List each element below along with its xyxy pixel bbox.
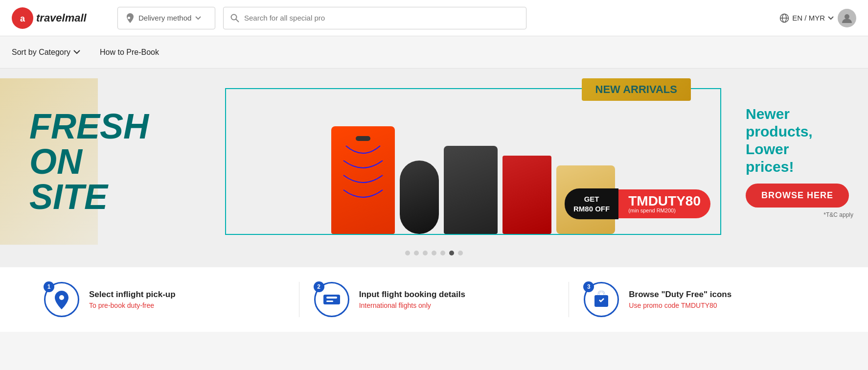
- avatar-icon: [841, 12, 853, 24]
- svg-text:a: a: [20, 14, 25, 23]
- product-black-bag: [444, 146, 498, 234]
- carousel-dot-4[interactable]: [440, 251, 445, 255]
- chevron-down-icon: [73, 50, 80, 54]
- promo-badge: GETRM80 OFF TMDUTY80 (min spend RM200): [565, 188, 710, 219]
- delivery-method-label: Delivery method: [138, 14, 191, 22]
- step-subtitle: International flights only: [359, 301, 465, 309]
- step-title: Select inflight pick-up: [89, 290, 176, 300]
- step-number: 3: [583, 281, 594, 292]
- carousel-dot-6[interactable]: [458, 251, 463, 255]
- promo-code: TMDUTY80 (min spend RM200): [618, 189, 710, 218]
- globe-icon: [779, 13, 789, 23]
- banner-center: NEW ARRIVALS: [225, 88, 721, 235]
- step-text-1: Select inflight pick-up To pre-book duty…: [89, 290, 176, 309]
- banner-section: FRESH ON SITE NEW ARRIVALS: [0, 69, 868, 267]
- step-number: 1: [44, 281, 54, 292]
- account-button[interactable]: [838, 9, 856, 27]
- step-subtitle: To pre-book duty-free: [89, 301, 176, 309]
- svg-rect-10: [326, 301, 333, 302]
- step-item-2: 2 Input flight booking details Internati…: [299, 282, 569, 317]
- step-title: Input flight booking details: [359, 290, 465, 300]
- lang-label: EN / MYR: [792, 14, 825, 22]
- how-to-prebook-link[interactable]: How to Pre-Book: [100, 48, 159, 57]
- carousel-dot-3[interactable]: [432, 251, 436, 255]
- location-icon: [126, 13, 135, 23]
- carousel-dot-1[interactable]: [414, 251, 419, 255]
- chevron-down-icon: [195, 16, 201, 20]
- logo[interactable]: a travelmall: [12, 7, 110, 29]
- step-item-3: 3 Browse "Duty Free" icons Use promo cod…: [569, 282, 839, 317]
- svg-line-3: [236, 19, 239, 22]
- search-icon: [230, 14, 239, 23]
- search-bar: [223, 7, 526, 29]
- tc-text: *T&C apply: [746, 211, 853, 218]
- new-arrivals-badge: NEW ARRIVALS: [582, 78, 691, 101]
- banner-right-title: Newer products, Lower prices!: [746, 105, 853, 176]
- logo-text: travelmall: [36, 12, 87, 24]
- step-text-3: Browse "Duty Free" icons Use promo code …: [629, 290, 731, 309]
- ticket-icon: 2: [314, 282, 349, 317]
- language-selector[interactable]: EN / MYR: [779, 13, 834, 23]
- sort-label: Sort by Category: [12, 48, 70, 57]
- svg-point-7: [845, 14, 849, 19]
- svg-point-2: [231, 14, 237, 20]
- step-title: Browse "Duty Free" icons: [629, 290, 731, 300]
- location-pin-icon: 1: [44, 282, 79, 317]
- header: a travelmall Delivery method EN / MYR: [0, 0, 868, 36]
- banner-inner: FRESH ON SITE NEW ARRIVALS: [0, 78, 868, 245]
- svg-rect-8: [323, 295, 340, 304]
- header-right: EN / MYR: [779, 9, 856, 27]
- browse-here-button[interactable]: BROWSE HERE: [746, 184, 849, 208]
- product-watch: [400, 161, 439, 234]
- sort-by-category-button[interactable]: Sort by Category: [12, 48, 80, 57]
- banner-fresh-text: FRESH ON SITE: [29, 109, 201, 214]
- product-red-backpack: [331, 126, 395, 234]
- product-shirt: [503, 156, 551, 234]
- promo-get: GETRM80 OFF: [565, 188, 618, 219]
- carousel-dots: [0, 245, 868, 257]
- step-text-2: Input flight booking details Internation…: [359, 290, 465, 309]
- delivery-method-button[interactable]: Delivery method: [117, 7, 215, 29]
- banner-right: Newer products, Lower prices! BROWSE HER…: [731, 95, 868, 228]
- steps-section: 1 Select inflight pick-up To pre-book du…: [0, 267, 868, 332]
- subnav: Sort by Category How to Pre-Book: [0, 36, 868, 69]
- search-input[interactable]: [244, 14, 519, 22]
- step-number: 2: [314, 281, 324, 292]
- carousel-dot-2[interactable]: [423, 251, 428, 255]
- shopping-bag-icon: 3: [584, 282, 619, 317]
- banner-left: FRESH ON SITE: [0, 89, 215, 234]
- carousel-dot-0[interactable]: [405, 251, 410, 255]
- svg-rect-9: [326, 297, 337, 299]
- logo-icon: a: [12, 7, 33, 29]
- carousel-dot-5[interactable]: [449, 251, 454, 255]
- step-subtitle: Use promo code TMDUTY80: [629, 301, 731, 309]
- step-item-1: 1 Select inflight pick-up To pre-book du…: [29, 282, 299, 317]
- chevron-down-icon: [828, 16, 834, 20]
